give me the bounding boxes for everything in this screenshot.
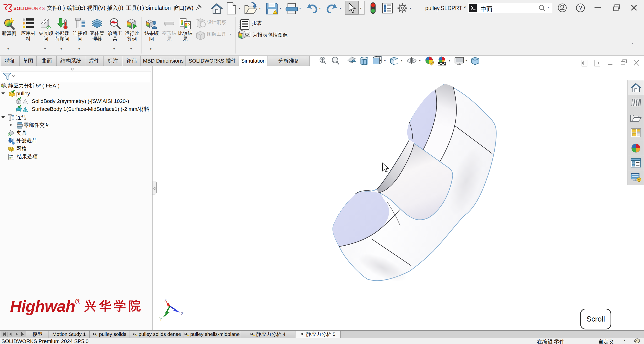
svg-text:Y: Y [159, 317, 162, 322]
svg-text:z: z [181, 310, 184, 316]
svg-text:x: x [164, 297, 167, 303]
